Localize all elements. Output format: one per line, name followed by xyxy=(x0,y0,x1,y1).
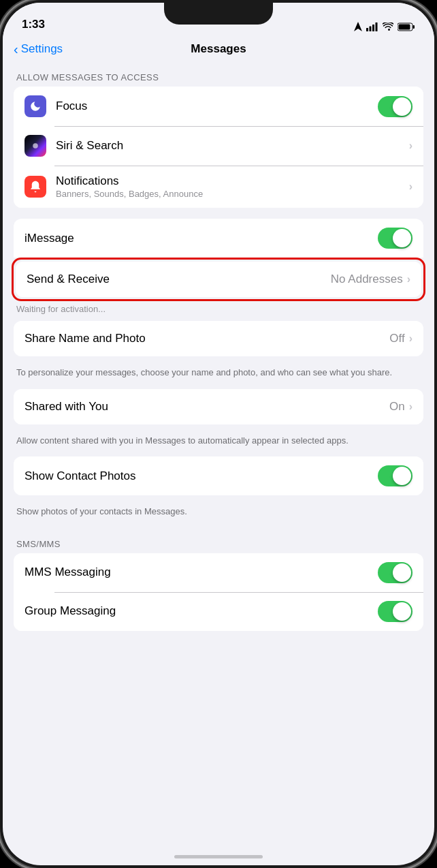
share-name-chevron-icon: › xyxy=(409,332,412,345)
contact-photos-label: Show Contact Photos xyxy=(25,469,378,483)
shared-with-you-label: Shared with You xyxy=(25,400,389,414)
siri-icon xyxy=(25,135,46,157)
svg-rect-4 xyxy=(376,22,378,31)
content-area: ALLOW MESSAGES TO ACCESS Focus xyxy=(3,61,434,849)
shared-with-you-card: Shared with You On › xyxy=(14,389,423,424)
imessage-toggle[interactable] xyxy=(378,228,412,249)
bell-icon xyxy=(29,180,42,193)
share-name-row[interactable]: Share Name and Photo Off › xyxy=(14,321,423,356)
moon-icon xyxy=(29,100,42,112)
contact-photos-card: Show Contact Photos xyxy=(14,456,423,495)
imessage-label: iMessage xyxy=(25,232,378,245)
group-toggle-knob xyxy=(393,602,411,621)
svg-rect-7 xyxy=(399,24,410,29)
shared-with-you-chevron-icon: › xyxy=(409,401,412,413)
waiting-text: Waiting for activation... xyxy=(3,301,434,321)
group-toggle[interactable] xyxy=(378,601,412,622)
section-label-sms: SMS/MMS xyxy=(3,528,434,553)
status-icons xyxy=(354,22,415,31)
shared-with-you-desc: Allow content shared with you in Message… xyxy=(3,430,434,457)
sms-mms-card: MMS Messaging Group Messaging xyxy=(14,553,423,631)
svg-rect-2 xyxy=(370,26,372,31)
send-receive-chevron-icon: › xyxy=(407,273,410,285)
status-time: 1:33 xyxy=(22,18,45,31)
notifications-row[interactable]: Notifications Banners, Sounds, Badges, A… xyxy=(14,166,423,208)
notch xyxy=(164,3,273,25)
siri-label: Siri & Search xyxy=(56,139,409,153)
focus-row[interactable]: Focus xyxy=(14,87,423,126)
status-bar: 1:33 xyxy=(3,3,434,37)
svg-marker-0 xyxy=(354,22,362,31)
imessage-row[interactable]: iMessage xyxy=(14,219,423,258)
focus-label: Focus xyxy=(56,99,378,113)
siri-symbol xyxy=(29,140,42,152)
svg-rect-3 xyxy=(372,25,374,31)
send-receive-card: Send & Receive No Addresses › xyxy=(16,262,421,297)
mms-toggle[interactable] xyxy=(378,562,412,583)
back-button[interactable]: ‹ Settings xyxy=(14,42,63,57)
share-name-value: Off xyxy=(389,332,404,345)
siri-row[interactable]: Siri & Search › xyxy=(14,126,423,166)
notifications-text: Notifications Banners, Sounds, Badges, A… xyxy=(56,174,409,199)
send-receive-highlight-border: Send & Receive No Addresses › xyxy=(12,258,425,301)
location-icon xyxy=(354,22,362,31)
focus-toggle-knob xyxy=(393,97,411,116)
share-name-label: Share Name and Photo xyxy=(25,332,389,345)
battery-icon xyxy=(398,22,415,31)
nav-bar: ‹ Settings Messages xyxy=(3,37,434,61)
section-label-allow: ALLOW MESSAGES TO ACCESS xyxy=(3,61,434,87)
siri-chevron-icon: › xyxy=(409,140,412,152)
contact-photos-toggle-knob xyxy=(393,467,411,485)
back-chevron-icon: ‹ xyxy=(14,42,18,57)
mms-messaging-row[interactable]: MMS Messaging xyxy=(14,553,423,592)
phone-frame: 1:33 xyxy=(0,0,437,868)
imessage-card: iMessage xyxy=(14,219,423,258)
share-name-card: Share Name and Photo Off › xyxy=(14,321,423,356)
home-indicator xyxy=(174,855,263,858)
group-messaging-label: Group Messaging xyxy=(25,604,378,618)
mms-messaging-label: MMS Messaging xyxy=(25,565,378,579)
notifications-label: Notifications xyxy=(56,174,409,188)
imessage-toggle-knob xyxy=(393,229,411,247)
send-receive-value: No Addresses xyxy=(331,273,403,286)
allow-messages-card: Focus Siri & Search › xyxy=(14,87,423,208)
phone-inner: 1:33 xyxy=(3,3,434,865)
shared-with-you-value: On xyxy=(389,400,405,414)
notifications-sublabel: Banners, Sounds, Badges, Announce xyxy=(56,189,409,199)
share-name-desc: To personalize your messages, choose you… xyxy=(3,362,434,389)
wifi-icon xyxy=(383,22,393,31)
contact-photos-row[interactable]: Show Contact Photos xyxy=(14,456,423,495)
back-label[interactable]: Settings xyxy=(21,42,63,56)
page-title: Messages xyxy=(191,42,246,56)
svg-point-8 xyxy=(33,143,38,149)
group-messaging-row[interactable]: Group Messaging xyxy=(14,592,423,631)
contact-photos-desc: Show photos of your contacts in Messages… xyxy=(3,501,434,528)
notifications-chevron-icon: › xyxy=(409,181,412,193)
signal-icon xyxy=(366,22,378,31)
svg-rect-6 xyxy=(413,25,415,29)
svg-rect-1 xyxy=(366,28,368,31)
shared-with-you-row[interactable]: Shared with You On › xyxy=(14,389,423,424)
focus-icon xyxy=(25,95,46,117)
send-receive-label: Send & Receive xyxy=(27,273,331,286)
notifications-icon xyxy=(25,176,46,198)
send-receive-row[interactable]: Send & Receive No Addresses › xyxy=(16,262,421,297)
contact-photos-toggle[interactable] xyxy=(378,465,412,486)
focus-toggle[interactable] xyxy=(378,96,412,117)
mms-toggle-knob xyxy=(393,563,411,582)
